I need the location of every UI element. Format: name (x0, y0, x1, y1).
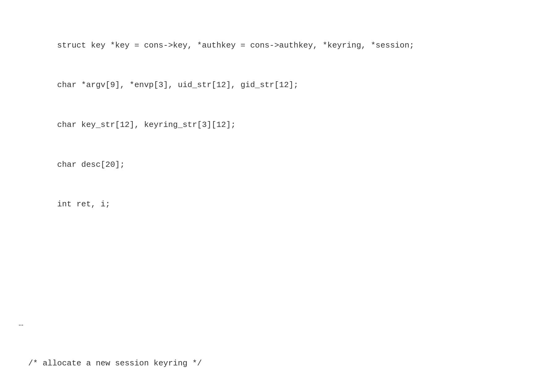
code-ellipsis-1: … (19, 317, 533, 330)
code-line-3: char key_str[12], keyring_str[3][12]; (19, 118, 533, 132)
code-line-1: struct key *key = cons->key, *authkey = … (19, 39, 533, 52)
code-line-2: char *argv[9], *envp[3], uid_str[12], gi… (19, 78, 533, 92)
code-line-6: /* allocate a new session keyring */ (19, 357, 533, 370)
code-line-blank1 (19, 238, 533, 251)
code-line-5: int ret, i; (19, 198, 533, 211)
code-line-blank2 (19, 277, 533, 291)
code-line-4: char desc[20]; (19, 158, 533, 171)
code-block: struct key *key = cons->key, *authkey = … (19, 12, 533, 392)
